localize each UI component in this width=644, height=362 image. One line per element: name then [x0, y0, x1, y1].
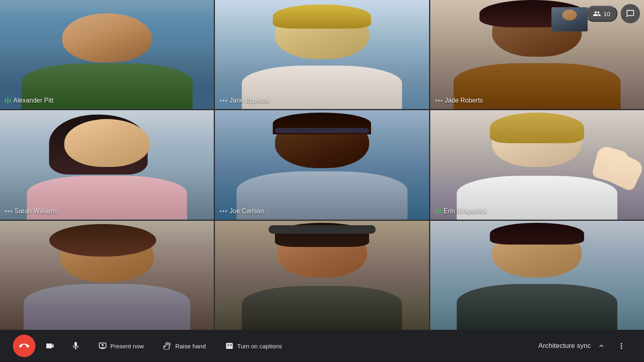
present-now-button[interactable]: Present now: [90, 337, 152, 355]
video-tile-3: Sarah Williams: [0, 110, 214, 219]
meeting-options-button[interactable]: [594, 339, 609, 353]
meeting-title: Architecture sync: [539, 342, 591, 350]
microphone-icon: [71, 341, 80, 351]
name-label-3: Sarah Williams: [5, 208, 58, 215]
name-label-4: Joe Carlson: [220, 208, 264, 215]
end-call-icon: [19, 341, 29, 351]
name-label-1: Jane Esparza: [220, 97, 269, 104]
chat-button[interactable]: [621, 4, 640, 23]
present-now-icon: [98, 341, 107, 350]
top-right-controls: 10: [586, 4, 640, 23]
toolbar: Present now Raise hand Turn on captions …: [0, 330, 644, 362]
video-tile-1: Jane Esparza: [215, 0, 429, 109]
video-tile-4: Joe Carlson: [215, 110, 429, 219]
raise-hand-icon: [163, 341, 172, 350]
participants-button[interactable]: 10: [586, 6, 617, 22]
camera-button[interactable]: [39, 335, 61, 357]
more-options-icon: [617, 341, 626, 350]
name-label-2: Jade Roberts: [435, 97, 483, 104]
chat-icon: [626, 9, 635, 18]
video-grid: Alexander Pitt Jane Esparza: [0, 0, 644, 330]
participants-icon: [593, 10, 601, 18]
video-tile-7: [215, 221, 429, 330]
more-options-button[interactable]: [612, 336, 631, 356]
microphone-button[interactable]: [64, 335, 87, 357]
raise-hand-button[interactable]: Raise hand: [155, 337, 214, 355]
video-tile-5: Erin Kirkpatrick: [430, 110, 644, 219]
meeting-title-area: Architecture sync: [539, 339, 609, 353]
name-label-0: Alexander Pitt: [5, 97, 54, 104]
name-label-5: Erin Kirkpatrick: [435, 208, 487, 215]
camera-icon: [45, 341, 55, 351]
captions-icon: [225, 341, 234, 350]
video-tile-6: [0, 221, 214, 330]
end-call-button[interactable]: [13, 335, 35, 357]
video-tile-8: [430, 221, 644, 330]
video-tile-0: Alexander Pitt: [0, 0, 214, 109]
self-view-thumbnail[interactable]: [551, 7, 588, 31]
captions-button[interactable]: Turn on captions: [217, 337, 290, 355]
chevron-up-icon: [597, 342, 605, 350]
audio-indicator-0: [5, 98, 11, 103]
